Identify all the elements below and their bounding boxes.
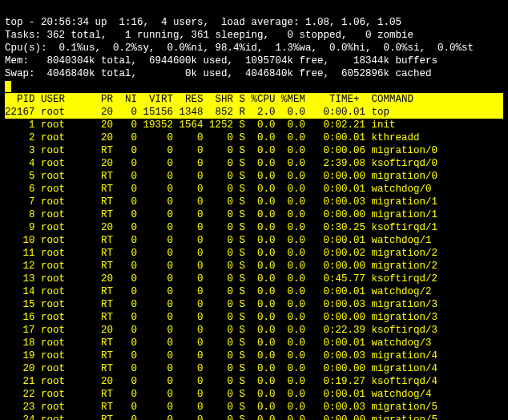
table-row: 15 root RT 0 0 0 0 S 0.0 0.0 0:00.03 mig… bbox=[5, 298, 503, 311]
table-row: 20 root RT 0 0 0 0 S 0.0 0.0 0:00.00 mig… bbox=[5, 362, 503, 375]
table-row: 5 root RT 0 0 0 0 S 0.0 0.0 0:00.00 migr… bbox=[5, 170, 503, 183]
table-row: 13 root 20 0 0 0 0 S 0.0 0.0 0:45.77 kso… bbox=[5, 273, 503, 285]
table-row: 19 root RT 0 0 0 0 S 0.0 0.0 0:00.03 mig… bbox=[5, 349, 503, 362]
table-row: 18 root RT 0 0 0 0 S 0.0 0.0 0:00.01 wat… bbox=[5, 337, 503, 349]
column-header-row: PID USER PR NI VIRT RES SHR S %CPU %MEM … bbox=[5, 93, 503, 106]
table-row: 9 root 20 0 0 0 0 S 0.0 0.0 0:30.25 ksof… bbox=[5, 221, 503, 234]
process-list: 22167 root 20 0 15156 1348 852 R 2.0 0.0… bbox=[5, 106, 503, 420]
table-row: 8 root RT 0 0 0 0 S 0.0 0.0 0:00.00 migr… bbox=[5, 208, 503, 221]
table-row: 21 root 20 0 0 0 0 S 0.0 0.0 0:19.27 kso… bbox=[5, 375, 503, 388]
table-row: 10 root RT 0 0 0 0 S 0.0 0.0 0:00.01 wat… bbox=[5, 234, 503, 247]
table-row: 6 root RT 0 0 0 0 S 0.0 0.0 0:00.01 watc… bbox=[5, 183, 503, 196]
table-row: 14 root RT 0 0 0 0 S 0.0 0.0 0:00.01 wat… bbox=[5, 285, 503, 298]
table-row: 16 root RT 0 0 0 0 S 0.0 0.0 0:00.00 mig… bbox=[5, 311, 503, 324]
table-row: 1 root 20 0 19352 1564 1252 S 0.0 0.0 0:… bbox=[5, 119, 503, 131]
table-row: 11 root RT 0 0 0 0 S 0.0 0.0 0:00.02 mig… bbox=[5, 247, 503, 260]
table-row: 22167 root 20 0 15156 1348 852 R 2.0 0.0… bbox=[5, 106, 503, 119]
table-row: 24 root RT 0 0 0 0 S 0.0 0.0 0:00.00 mig… bbox=[5, 414, 503, 420]
table-row: 23 root RT 0 0 0 0 S 0.0 0.0 0:00.03 mig… bbox=[5, 401, 503, 414]
summary-line-4: Mem: 8040304k total, 6944600k used, 1095… bbox=[5, 55, 437, 67]
table-row: 2 root 20 0 0 0 0 S 0.0 0.0 0:00.01 kthr… bbox=[5, 131, 503, 144]
table-row: 22 root RT 0 0 0 0 S 0.0 0.0 0:00.01 wat… bbox=[5, 388, 503, 401]
summary-line-1: top - 20:56:34 up 1:16, 4 users, load av… bbox=[5, 17, 401, 28]
cursor-icon bbox=[5, 81, 11, 92]
table-row: 4 root 20 0 0 0 0 S 0.0 0.0 2:39.08 ksof… bbox=[5, 157, 503, 170]
table-row: 12 root RT 0 0 0 0 S 0.0 0.0 0:00.00 mig… bbox=[5, 260, 503, 273]
summary-line-5: Swap: 4046840k total, 0k used, 4046840k … bbox=[5, 68, 432, 79]
summary-line-2: Tasks: 362 total, 1 running, 361 sleepin… bbox=[5, 30, 413, 41]
input-line[interactable] bbox=[5, 81, 11, 92]
table-row: 17 root 20 0 0 0 0 S 0.0 0.0 0:22.39 kso… bbox=[5, 324, 503, 337]
table-row: 3 root RT 0 0 0 0 S 0.0 0.0 0:00.06 migr… bbox=[5, 144, 503, 157]
table-row: 7 root RT 0 0 0 0 S 0.0 0.0 0:00.03 migr… bbox=[5, 196, 503, 208]
summary-line-3: Cpu(s): 0.1%us, 0.2%sy, 0.0%ni, 98.4%id,… bbox=[5, 42, 474, 54]
